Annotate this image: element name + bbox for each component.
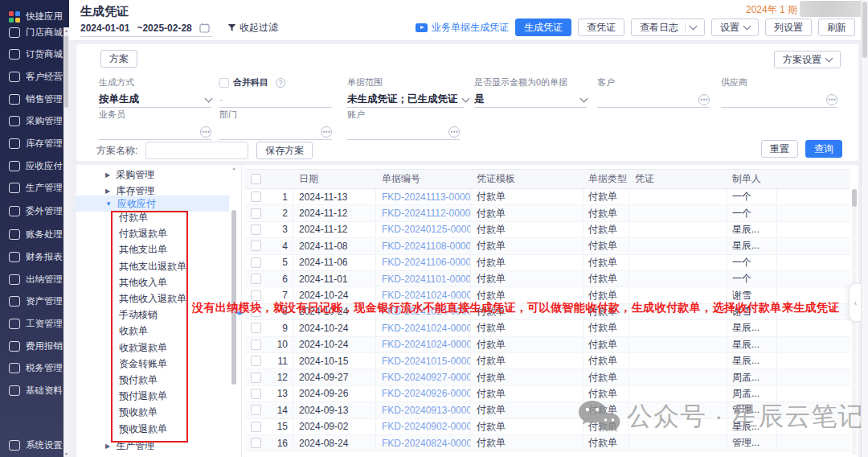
sidebar-item-purchase-mgmt[interactable]: 采购管理	[0, 112, 69, 130]
table-scrollbar[interactable]	[852, 189, 857, 455]
tree-node-production[interactable]: ▶生产管理	[76, 438, 229, 454]
row-checkbox[interactable]	[251, 241, 261, 251]
account-picker[interactable]: ⋯	[347, 124, 460, 140]
ellipsis-picker-icon[interactable]: ⋯	[826, 94, 837, 105]
sidebar-item-sales-mgmt[interactable]: 销售管理	[0, 90, 69, 108]
cell-doc-number[interactable]: FKD-20241015-00001	[376, 353, 471, 368]
sidebar-item-expense-claim[interactable]: 费用报销	[0, 337, 69, 355]
tree-child-item[interactable]: 其他收入退款单	[76, 290, 229, 307]
salesman-picker[interactable]: ⋯	[99, 124, 211, 140]
show-zero-select[interactable]: 是	[474, 92, 587, 108]
sidebar-item-customer-ops[interactable]: 客户经营	[0, 68, 69, 85]
row-checkbox[interactable]	[251, 422, 261, 432]
tree-child-item[interactable]: 预收款单	[76, 404, 229, 420]
sidebar-item-system-settings[interactable]: 系统设置	[0, 436, 69, 454]
ellipsis-picker-icon[interactable]: ⋯	[200, 126, 211, 138]
row-checkbox[interactable]	[251, 323, 261, 333]
date-range-field[interactable]: 2024-01-01 ~2025-02-28	[80, 19, 212, 37]
reset-button[interactable]: 重置	[761, 140, 798, 158]
row-checkbox[interactable]	[251, 356, 261, 366]
scroll-up-icon[interactable]: ▲	[63, 28, 69, 33]
tree-child-item[interactable]: 预收退款单	[76, 421, 229, 437]
merge-subject-checkbox[interactable]	[219, 78, 229, 88]
ellipsis-picker-icon[interactable]: ⋯	[698, 94, 710, 105]
cell-doc-number[interactable]: FKD-20241024-00003	[376, 304, 471, 319]
tree-child-item[interactable]: 付款退款单	[76, 225, 229, 241]
collapse-filter-toggle[interactable]: 收起过滤	[227, 21, 278, 35]
scheme-tab[interactable]: 方案	[100, 50, 137, 68]
sidebar-scrollbar-thumb[interactable]	[64, 35, 68, 108]
tree-scrollbar-thumb[interactable]	[231, 210, 236, 385]
query-button[interactable]: 查询	[805, 140, 842, 158]
ellipsis-picker-icon[interactable]: ⋯	[448, 126, 460, 138]
triangle-right-icon[interactable]: ▶	[105, 171, 110, 179]
generate-mode-select[interactable]: 按单生成	[99, 92, 211, 108]
tree-child-item[interactable]: 资金转账单	[76, 356, 229, 372]
refresh-button[interactable]: 刷新	[818, 19, 855, 36]
cell-doc-number[interactable]: FKD-20240125-00002	[376, 222, 471, 237]
doc-range-select[interactable]: 未生成凭证；已生成凭证	[347, 92, 465, 108]
sidebar-item-store-mall[interactable]: 门店商城	[0, 23, 69, 41]
select-all-checkbox[interactable]	[251, 174, 261, 184]
tree-child-item[interactable]: 收款单	[76, 323, 229, 339]
row-checkbox[interactable]	[251, 191, 261, 202]
sidebar-item-base-data[interactable]: 基础资料	[0, 381, 69, 399]
merge-subject-field[interactable]: -	[219, 92, 332, 108]
tree-node-purchase[interactable]: ▶采购管理	[76, 167, 229, 183]
cell-doc-number[interactable]: FKD-20241024-00001	[376, 337, 471, 352]
video-tutorial-link[interactable]: 业务单据生成凭证	[416, 21, 509, 35]
sidebar-item-inventory-mgmt[interactable]: 库存管理	[0, 134, 69, 152]
tree-child-item[interactable]: 其他收入单	[76, 274, 229, 290]
sidebar-item-ar-ap[interactable]: 应收应付	[0, 157, 69, 175]
cell-doc-number[interactable]: FKD-20241112-00001	[376, 205, 471, 220]
sidebar-item-outsourcing-mgmt[interactable]: 委外管理	[0, 202, 69, 220]
row-checkbox[interactable]	[251, 224, 261, 235]
sidebar-scrollbar[interactable]: ▲ ▼	[63, 27, 69, 457]
view-voucher-button[interactable]: 查凭证	[578, 19, 624, 36]
cell-doc-number[interactable]: FKD-20240927-00001	[376, 369, 471, 385]
tree-child-item[interactable]: 付款单	[76, 209, 229, 225]
cell-doc-number[interactable]: FKD-20241024-00002	[376, 320, 471, 336]
view-log-button[interactable]: 查看日志	[631, 19, 705, 36]
tree-child-item[interactable]: 其他支出退款单	[76, 258, 229, 274]
row-checkbox[interactable]	[251, 438, 261, 448]
customer-picker[interactable]: ⋯	[597, 92, 710, 108]
supplier-picker[interactable]: ⋯	[721, 92, 837, 108]
triangle-down-icon[interactable]: ▼	[105, 200, 112, 208]
window-scrollbar[interactable]	[861, 0, 868, 457]
row-checkbox[interactable]	[251, 373, 261, 383]
table-scrollbar-thumb[interactable]	[852, 189, 857, 207]
sidebar-item-payroll-mgmt[interactable]: 工资管理	[0, 315, 69, 332]
cell-doc-number[interactable]: FKD-20241101-00001	[376, 271, 471, 286]
cell-doc-number[interactable]: FKD-20240902-00001	[376, 419, 471, 434]
help-icon[interactable]: ?	[276, 78, 285, 88]
row-checkbox[interactable]	[251, 405, 261, 415]
row-checkbox[interactable]	[251, 340, 261, 350]
row-checkbox[interactable]	[251, 307, 261, 317]
sidebar-item-quick-apps[interactable]: 快捷应用	[0, 7, 69, 25]
collapse-panel-tab[interactable]: ‹	[849, 283, 862, 322]
cell-doc-number[interactable]: FKD-20240913-00001	[376, 402, 471, 418]
save-scheme-button[interactable]: 保存方案	[256, 142, 313, 159]
cell-doc-number[interactable]: FKD-20241106-00001	[376, 255, 471, 270]
tree-child-item[interactable]: 其他支出单	[76, 241, 229, 257]
tree-child-item[interactable]: 收款退款单	[76, 340, 229, 356]
triangle-right-icon[interactable]: ▶	[105, 187, 110, 195]
sidebar-item-cashier-mgmt[interactable]: 出纳管理	[0, 270, 69, 288]
cell-doc-number[interactable]: FKD-20240926-00002	[376, 386, 471, 401]
cell-doc-number[interactable]: FKD-20241108-00001	[376, 238, 471, 253]
scheme-name-input[interactable]	[145, 142, 248, 159]
sidebar-item-order-mall[interactable]: 订货商城	[0, 45, 69, 63]
date-from[interactable]: 2024-01-01	[80, 23, 129, 34]
ellipsis-picker-icon[interactable]: ⋯	[321, 126, 332, 138]
scroll-down-icon[interactable]: ▼	[63, 451, 69, 456]
cell-doc-number[interactable]: FKD-20241113-00001	[376, 189, 471, 204]
row-checkbox[interactable]	[251, 208, 261, 219]
tree-child-item[interactable]: 预付款单	[76, 372, 229, 388]
sidebar-item-asset-mgmt[interactable]: 资产管理	[0, 292, 69, 310]
sidebar-item-production-mgmt[interactable]: 生产管理	[0, 179, 69, 196]
row-checkbox[interactable]	[251, 290, 261, 301]
column-settings-button[interactable]: 列设置	[765, 19, 812, 36]
split-handle[interactable]: ◀▶	[235, 310, 243, 316]
settings-button[interactable]: 设置	[711, 19, 759, 36]
